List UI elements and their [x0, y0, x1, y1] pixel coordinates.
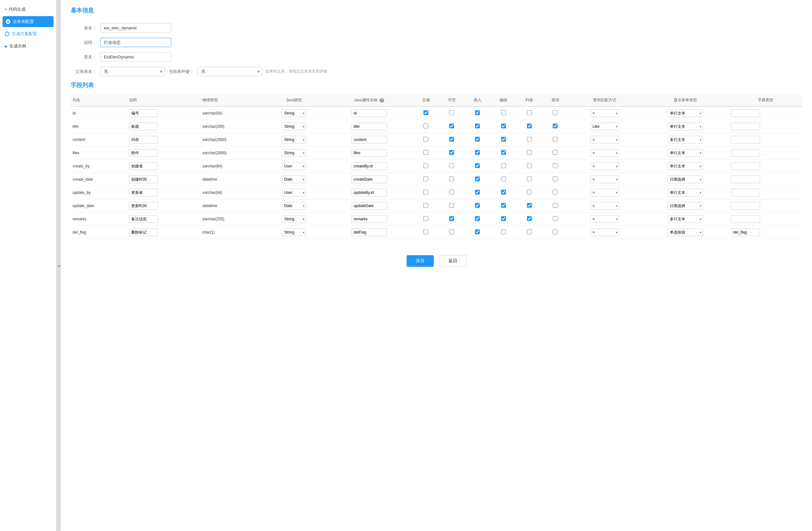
class-name-row: 类名： [71, 52, 802, 62]
parent-table-label: 父表表名： [71, 69, 97, 74]
table-row: update_byvarchar(64)StringIntegerLongDou… [71, 186, 802, 199]
sidebar-item-gen-plan-label: 生成方案配置 [12, 31, 37, 37]
th-java-attr: Java属性名称 ? [325, 94, 413, 106]
sidebar-item-gen-example-label: 生成示例 [9, 43, 26, 49]
table-row: remarksvarchar(255)StringIntegerLongDoub… [71, 213, 802, 226]
parent-table-select-wrapper: 无 [100, 67, 165, 76]
table-row: create_byvarchar(64)StringIntegerLongDou… [71, 160, 802, 173]
sidebar-item-biz-table-label: 业务表配置 [13, 19, 34, 25]
th-desc: 说明 [127, 94, 200, 106]
table-row: update_datedatetimeStringIntegerLongDoub… [71, 199, 802, 213]
th-nullable: 可空 [439, 94, 465, 106]
table-header-row: 列名 说明 物理类型 Java类型 Java属性名称 ? 主键 可空 插入 编辑… [71, 94, 802, 106]
table-row: contentvarchar(2000)StringIntegerLongDou… [71, 133, 802, 146]
sidebar-item-biz-table[interactable]: 业务表配置 [3, 16, 54, 27]
table-name-label: 表名： [71, 25, 97, 31]
sidebar-group-label: 代码生成 [9, 6, 26, 12]
sidebar-item-gen-example[interactable]: ▶ 生成示例 [0, 40, 56, 52]
field-list-title: 字段列表 [71, 81, 802, 89]
th-java-type: Java类型 [263, 94, 325, 106]
desc-label: 说明： [71, 40, 97, 45]
th-pk: 主键 [413, 94, 438, 106]
save-button[interactable]: 保存 [407, 255, 434, 267]
basic-info-title: 基本信息 [71, 6, 802, 17]
sidebar: ▾ 代码生成 业务表配置 生成方案配置 ▶ 生成示例 [0, 0, 56, 531]
field-table-body: idvarchar(64)StringIntegerLongDoubleDate… [71, 106, 802, 239]
table-row: filesvarchar(2000)StringIntegerLongDoubl… [71, 146, 802, 160]
fk-select-wrapper: 无 [198, 67, 262, 76]
th-dict-type: 字典类型 [729, 94, 802, 106]
dot-icon [6, 19, 10, 24]
fk-select[interactable]: 无 [198, 67, 262, 76]
parent-table-select[interactable]: 无 [100, 67, 165, 76]
desc-input[interactable] [100, 38, 171, 47]
sidebar-item-gen-plan[interactable]: 生成方案配置 [0, 28, 56, 40]
desc-row: 说明： [71, 38, 802, 47]
th-query: 查询 [542, 94, 568, 106]
th-list: 列表 [516, 94, 542, 106]
chevron-down-icon: ▾ [5, 8, 7, 12]
th-phys-type: 物理类型 [201, 94, 263, 106]
class-name-label: 类名： [71, 54, 97, 60]
help-icon: ? [379, 98, 384, 103]
class-name-input[interactable] [100, 52, 171, 62]
table-name-input[interactable] [100, 23, 171, 32]
parent-table-row: 父表表名： 无 当前表外键： 无 如果有父表，请指定父表表名和外键 [71, 67, 802, 76]
field-table: 列名 说明 物理类型 Java类型 Java属性名称 ? 主键 可空 插入 编辑… [71, 94, 802, 239]
table-row: del_flagchar(1)StringIntegerLongDoubleDa… [71, 226, 802, 239]
table-row: create_datedatetimeStringIntegerLongDoub… [71, 173, 802, 186]
parent-hint: 如果有父表，请指定父表表名和外键 [265, 69, 327, 74]
back-button[interactable]: 返回 [439, 255, 467, 267]
table-name-row: 表名： [71, 23, 802, 32]
sidebar-collapse-handle[interactable]: ◀ [56, 0, 61, 531]
th-form-type: 显示表单类型 [641, 94, 729, 106]
button-row: 保存 返回 [71, 249, 802, 273]
dot-icon [5, 32, 9, 36]
table-row: idvarchar(64)StringIntegerLongDoubleDate… [71, 106, 802, 120]
th-col-name: 列名 [71, 94, 127, 106]
fk-label: 当前表外键： [169, 69, 194, 74]
th-query-mode: 查询匹配方式 [568, 94, 641, 106]
th-insert: 插入 [465, 94, 491, 106]
chevron-right-icon: ▶ [5, 44, 8, 48]
sidebar-group-code-gen[interactable]: ▾ 代码生成 [0, 3, 56, 15]
th-edit: 编辑 [491, 94, 516, 106]
table-row: titlevarchar(200)StringIntegerLongDouble… [71, 120, 802, 133]
main-content: 基本信息 表名： 说明： 类名： 父表表名： 无 当前表外键： 无 如果有父表，… [61, 0, 812, 531]
